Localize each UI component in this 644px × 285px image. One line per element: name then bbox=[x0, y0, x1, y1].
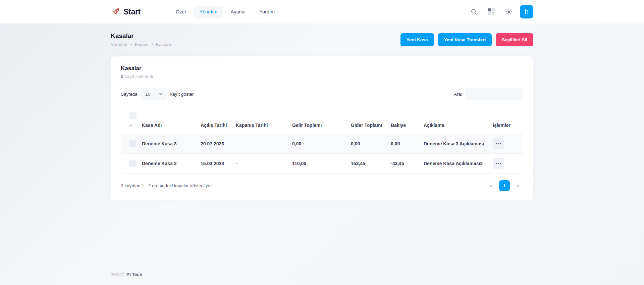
breadcrumb-item-kasalar[interactable]: Kasalar bbox=[156, 42, 171, 47]
cell-aciklama: Deneme Kasa 3 Açıklaması bbox=[424, 134, 493, 153]
nav-item-yardim[interactable]: Yardım bbox=[254, 6, 280, 18]
main-nav: Özet Yönetim Ayarlar Yardım bbox=[170, 6, 280, 18]
cell-kasa-adi: Deneme Kasa 3 bbox=[142, 134, 201, 153]
chevron-down-icon bbox=[158, 93, 162, 95]
record-count-label: kayıt listelendi bbox=[125, 74, 153, 79]
nav-item-ozet[interactable]: Özet bbox=[170, 6, 192, 18]
breadcrumb-separator: - bbox=[130, 42, 132, 47]
column-header-islemler: İşlemler bbox=[493, 108, 523, 134]
breadcrumb-separator: - bbox=[152, 42, 153, 47]
brand-name: Start bbox=[123, 7, 141, 16]
column-header-kasa-adi[interactable]: Kasa Adı bbox=[142, 108, 201, 134]
copyright-year: 2022© bbox=[111, 272, 124, 277]
company-link[interactable]: Pi Tech bbox=[126, 272, 142, 277]
page-size-value: 10 bbox=[146, 92, 151, 97]
row-checkbox[interactable] bbox=[129, 140, 137, 147]
cell-aciklama: Deneme Kasa Açıklaması2 bbox=[424, 153, 493, 173]
cell-kasa-adi: Deneme Kasa 2 bbox=[142, 153, 201, 173]
row-actions-button[interactable] bbox=[493, 158, 504, 169]
apps-grid-icon[interactable] bbox=[485, 5, 498, 18]
page-footer: 2022© Pi Tech bbox=[0, 265, 644, 285]
table-row[interactable]: Deneme Kasa 3 20.07.2023 - 0,00 0,00 0,0… bbox=[121, 134, 523, 153]
kasalar-table: Kasa Adı Açılış Tarihi Kapanış Tarihi Ge… bbox=[121, 108, 523, 174]
theme-sun-icon[interactable] bbox=[502, 5, 515, 18]
nav-item-ayarlar[interactable]: Ayarlar bbox=[225, 6, 252, 18]
page-size-suffix-label: kayıt göster bbox=[170, 92, 194, 97]
card-title: Kasalar bbox=[121, 65, 523, 72]
pagination-prev-icon[interactable]: < bbox=[486, 180, 496, 191]
cell-bakiye: -43,45 bbox=[391, 153, 424, 173]
ellipsis-icon bbox=[496, 163, 501, 164]
sort-asc-icon[interactable] bbox=[129, 124, 133, 127]
table-header-row: Kasa Adı Açılış Tarihi Kapanış Tarihi Ge… bbox=[121, 108, 523, 134]
delete-selected-button[interactable]: Seçilileri Sil bbox=[496, 33, 533, 46]
column-header-aciklama[interactable]: Açıklama bbox=[424, 108, 493, 134]
column-header-gider-toplami[interactable]: Gider Toplamı bbox=[351, 108, 391, 134]
records-info: 2 kayıttan 1 - 2 arasındaki kayıtlar gös… bbox=[121, 183, 212, 188]
pagination-next-icon[interactable]: > bbox=[513, 180, 523, 191]
pagination-page-1[interactable]: 1 bbox=[499, 180, 510, 191]
breadcrumb: Yönetim - Finans - Kasalar bbox=[111, 42, 171, 47]
pagination: < 1 > bbox=[486, 180, 523, 191]
page-title: Kasalar bbox=[111, 32, 171, 40]
record-count: 2 bbox=[121, 74, 123, 79]
search-label: Ara: bbox=[454, 92, 462, 97]
column-header-bakiye[interactable]: Bakiye bbox=[391, 108, 424, 134]
row-actions-button[interactable] bbox=[493, 138, 504, 149]
breadcrumb-item-yonetim[interactable]: Yönetim bbox=[111, 42, 127, 47]
cell-gider-toplami: 0,00 bbox=[351, 134, 391, 153]
cell-gelir-toplami: 110,00 bbox=[292, 153, 351, 173]
cell-kapanis-tarihi: - bbox=[236, 134, 292, 153]
page-size-select[interactable]: 10 bbox=[141, 88, 167, 100]
brand-logo[interactable]: Start bbox=[111, 7, 141, 17]
nav-item-yonetim[interactable]: Yönetim bbox=[194, 6, 223, 18]
cell-kapanis-tarihi: - bbox=[236, 153, 292, 173]
cell-gider-toplami: 153,45 bbox=[351, 153, 391, 173]
card-subtitle: 2kayıt listelendi bbox=[121, 74, 523, 79]
rocket-icon bbox=[111, 7, 121, 17]
row-checkbox[interactable] bbox=[129, 160, 137, 167]
cell-acilis-tarihi: 20.07.2023 bbox=[201, 134, 236, 153]
new-kasa-button[interactable]: Yeni Kasa bbox=[400, 33, 434, 46]
search-icon[interactable] bbox=[468, 5, 480, 18]
breadcrumb-item-finans[interactable]: Finans bbox=[135, 42, 149, 47]
table-row[interactable]: Deneme Kasa 2 15.03.2023 - 110,00 153,45… bbox=[121, 153, 523, 173]
column-header-kapanis-tarihi[interactable]: Kapanış Tarihi bbox=[236, 108, 292, 134]
ellipsis-icon bbox=[496, 143, 501, 144]
search-input[interactable] bbox=[466, 88, 523, 100]
select-all-checkbox[interactable] bbox=[129, 112, 137, 120]
cell-gelir-toplami: 0,00 bbox=[292, 134, 351, 153]
user-avatar[interactable]: h bbox=[520, 5, 533, 18]
page-size-prefix-label: Sayfada bbox=[121, 92, 138, 97]
topbar: Start Özet Yönetim Ayarlar Yardım bbox=[0, 0, 644, 23]
kasalar-card: Kasalar 2kayıt listelendi Sayfada 10 kay… bbox=[111, 56, 533, 200]
column-header-gelir-toplami[interactable]: Gelir Toplamı bbox=[292, 108, 351, 134]
cell-bakiye: 0,00 bbox=[391, 134, 424, 153]
column-header-acilis-tarihi[interactable]: Açılış Tarihi bbox=[201, 108, 236, 134]
cell-acilis-tarihi: 15.03.2023 bbox=[201, 153, 236, 173]
new-kasa-transfer-button[interactable]: Yeni Kasa Transferi bbox=[438, 33, 492, 46]
